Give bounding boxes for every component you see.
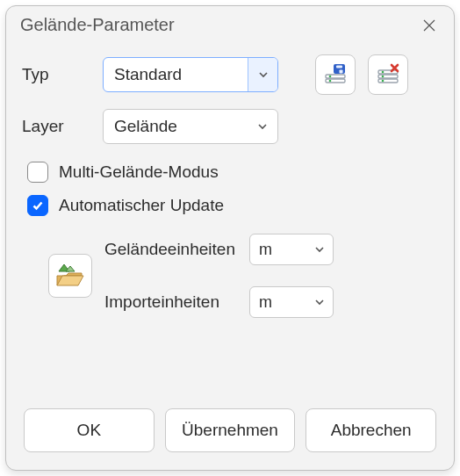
terrain-units-label: Geländeeinheiten [104, 240, 235, 259]
close-icon [422, 18, 436, 32]
layer-combobox[interactable]: Gelände [103, 109, 278, 144]
chevron-down-icon [258, 69, 269, 80]
svg-point-2 [329, 76, 332, 78]
titlebar: Gelände-Parameter [6, 6, 454, 42]
dialog-body: Typ Standard [6, 42, 454, 470]
svg-rect-1 [326, 79, 345, 83]
svg-rect-7 [378, 70, 398, 74]
delete-database-icon [376, 62, 400, 87]
terrain-folder-button[interactable] [48, 254, 92, 298]
terrain-units-value: m [250, 241, 306, 259]
ok-button-label: OK [77, 421, 101, 440]
dialog-footer: OK Übernehmen Abbrechen [22, 408, 438, 454]
typ-dropdown-button[interactable] [248, 58, 277, 91]
typ-value: Standard [104, 65, 248, 84]
cancel-button-label: Abbrechen [331, 421, 412, 440]
dialog-window: Gelände-Parameter Typ Standard [5, 5, 455, 471]
import-units-combobox[interactable]: m [249, 286, 334, 318]
import-units-label: Importeinheiten [104, 292, 235, 312]
row-typ: Typ Standard [22, 54, 438, 95]
svg-rect-0 [326, 75, 345, 78]
multi-mode-row: Multi-Gelände-Modus [22, 162, 438, 183]
cancel-button[interactable]: Abbrechen [305, 408, 436, 452]
check-icon [32, 199, 44, 212]
import-units-value: m [250, 293, 306, 312]
save-preset-button[interactable] [315, 54, 356, 95]
layer-value: Gelände [104, 117, 248, 136]
ok-button[interactable]: OK [24, 408, 155, 452]
terrain-folder-icon [55, 263, 85, 289]
chevron-down-icon [314, 297, 325, 307]
layer-label: Layer [22, 117, 90, 136]
units-block: Geländeeinheiten m Importeinheiten m [22, 230, 438, 318]
chevron-down-icon [257, 121, 268, 132]
auto-update-label: Automatischer Update [59, 196, 224, 215]
save-database-icon [323, 62, 348, 87]
units-grid: Geländeeinheiten m Importeinheiten m [104, 234, 334, 318]
terrain-units-combobox[interactable]: m [249, 234, 334, 265]
delete-preset-button[interactable] [368, 54, 408, 95]
svg-point-10 [382, 71, 385, 74]
multi-mode-checkbox[interactable] [27, 162, 48, 183]
layer-dropdown-button[interactable] [248, 110, 277, 143]
svg-rect-5 [336, 66, 342, 69]
typ-label: Typ [22, 65, 90, 84]
svg-rect-6 [340, 70, 343, 74]
svg-point-12 [382, 80, 385, 83]
chevron-down-icon [314, 244, 325, 255]
typ-combobox[interactable]: Standard [103, 57, 278, 92]
close-button[interactable] [413, 11, 445, 40]
apply-button-label: Übernehmen [182, 421, 278, 440]
auto-update-row: Automatischer Update [22, 195, 438, 216]
svg-point-3 [329, 80, 332, 83]
row-layer: Layer Gelände [22, 109, 438, 144]
dialog-title: Gelände-Parameter [20, 15, 175, 35]
auto-update-checkbox[interactable] [27, 195, 48, 216]
svg-point-11 [382, 76, 385, 78]
apply-button[interactable]: Übernehmen [165, 408, 296, 452]
svg-rect-8 [378, 75, 398, 78]
multi-mode-label: Multi-Gelände-Modus [59, 162, 219, 182]
svg-rect-9 [378, 79, 398, 83]
